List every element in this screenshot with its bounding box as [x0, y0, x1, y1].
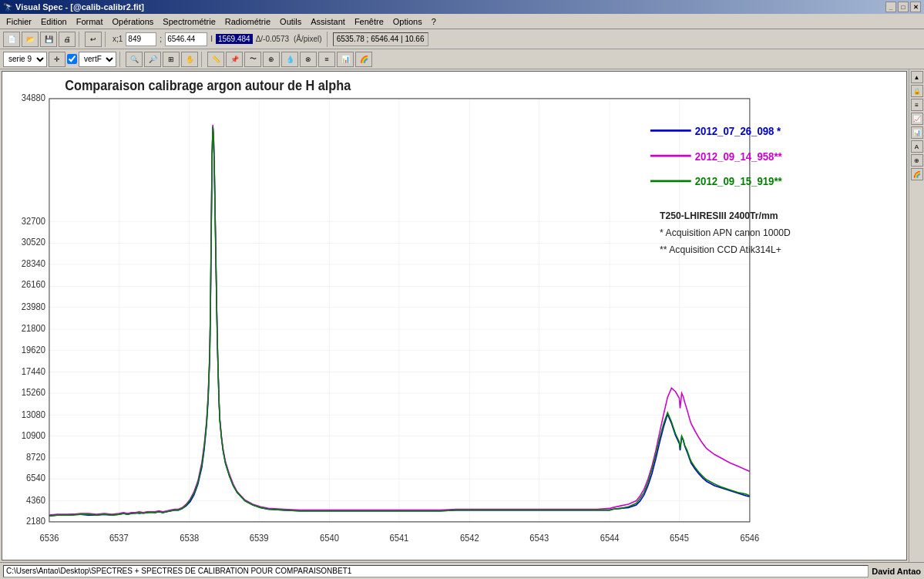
svg-text:2012_07_26_098 *: 2012_07_26_098 * [695, 125, 781, 137]
tool5-button[interactable]: 📊 [337, 52, 354, 67]
serie-select[interactable]: serie 9 [3, 52, 47, 67]
menu-options[interactable]: Options [388, 15, 427, 28]
tool6-button[interactable]: 🌈 [355, 52, 372, 67]
svg-text:13080: 13080 [22, 409, 45, 419]
coord-y-input[interactable] [165, 32, 207, 46]
sidebar-btn5[interactable]: ⊕ [911, 154, 923, 167]
svg-text:2180: 2180 [26, 517, 45, 526]
x1-label: x;1 [111, 35, 124, 43]
unit-label: (Å/pixel) [292, 35, 324, 43]
intensity-value: 1569.484 [216, 34, 253, 44]
sidebar-btn3[interactable]: 📊 [911, 126, 923, 139]
zoom-in-button[interactable]: 🔍 [126, 52, 143, 67]
svg-text:6541: 6541 [389, 534, 408, 543]
file-path: C:\Users\Antao\Desktop\SPECTRES + SPECTR… [6, 567, 351, 575]
svg-text:2012_09_14_958**: 2012_09_14_958** [695, 150, 783, 163]
sidebar-btn6[interactable]: 🌈 [911, 168, 923, 180]
svg-text:6538: 6538 [180, 534, 199, 543]
svg-text:6537: 6537 [109, 534, 129, 543]
pos-display: 6535.78 ; 6546.44 | 10.66 [333, 32, 428, 46]
menu-fichier[interactable]: Fichier [2, 15, 36, 28]
svg-text:28340: 28340 [22, 259, 45, 268]
chart-container[interactable]: 2180 4360 6540 8720 10900 13080 15260 17… [2, 71, 907, 560]
vertf-checkbox[interactable] [67, 54, 77, 64]
svg-text:8720: 8720 [26, 453, 45, 462]
chart-svg: 2180 4360 6540 8720 10900 13080 15260 17… [2, 72, 906, 560]
toolbar2: serie 9 ✛ vertF 🔍 🔎 ⊞ ✋ 📏 📌 〜 ⊕ 💧 ⊗ ≡ 📊 … [0, 49, 924, 69]
menu-help[interactable]: ? [427, 15, 441, 28]
svg-text:6536: 6536 [40, 534, 59, 543]
menu-spectrometrie[interactable]: Spectrométrie [158, 15, 220, 28]
separator3 [327, 32, 330, 47]
tool1-button[interactable]: ⊕ [263, 52, 280, 67]
scroll-up-button[interactable]: ▲ [911, 71, 923, 83]
menu-format[interactable]: Format [72, 15, 108, 28]
tool2-button[interactable]: 💧 [281, 52, 298, 67]
zoom-fit-button[interactable]: ⊞ [163, 52, 180, 67]
open-button[interactable]: 📂 [22, 32, 39, 47]
svg-text:15260: 15260 [22, 388, 45, 397]
svg-text:6540: 6540 [26, 473, 45, 483]
lock-button[interactable]: 🔒 [911, 85, 923, 97]
svg-text:2012_09_15_919**: 2012_09_15_919** [695, 176, 783, 188]
svg-text:T250-LHIRESIII 2400Tr/mm: T250-LHIRESIII 2400Tr/mm [660, 210, 778, 221]
svg-text:6540: 6540 [320, 534, 339, 543]
window-controls: _ □ ✕ [885, 2, 921, 12]
print-button[interactable]: 🖨 [59, 32, 76, 47]
svg-rect-0 [2, 72, 906, 560]
svg-text:26160: 26160 [22, 280, 45, 289]
svg-text:6539: 6539 [250, 534, 269, 543]
measure-button[interactable]: 📏 [207, 52, 224, 67]
status-bar: C:\Users\Antao\Desktop\SPECTRES + SPECTR… [0, 562, 924, 579]
intensity-label: I [209, 35, 214, 43]
separator-tb2-2 [201, 52, 204, 67]
sidebar-btn2[interactable]: 📈 [911, 113, 923, 125]
author-label: David Antao [872, 567, 921, 576]
separator2 [105, 32, 108, 47]
sidebar-btn4[interactable]: A [911, 140, 923, 153]
vertf-select[interactable]: vertF [79, 52, 116, 67]
window-title: Visual Spec - [@calib-calibr2.fit] [15, 2, 885, 12]
new-button[interactable]: 📄 [3, 32, 20, 47]
svg-text:30520: 30520 [22, 237, 45, 246]
svg-text:Comparaison calibrage argon au: Comparaison calibrage argon autour de H … [65, 78, 351, 93]
spectrum-button[interactable]: 〜 [244, 52, 261, 67]
menu-outils[interactable]: Outils [275, 15, 306, 28]
menu-radiometrie[interactable]: Radiométrie [220, 15, 275, 28]
tool4-button[interactable]: ≡ [318, 52, 335, 67]
menu-bar: Fichier Edition Format Opérations Spectr… [0, 14, 924, 29]
crosshair-button[interactable]: ✛ [49, 52, 66, 67]
coord-separator: ; [158, 35, 163, 43]
app-icon: 🔭 [3, 3, 12, 12]
delta-label: Δ/-0.0573 [254, 35, 291, 43]
marker-button[interactable]: 📌 [226, 52, 243, 67]
svg-text:17440: 17440 [22, 367, 45, 376]
undo-button[interactable]: ↩ [85, 32, 102, 47]
save-button[interactable]: 💾 [40, 32, 57, 47]
minimize-button[interactable]: _ [885, 2, 896, 12]
svg-text:6545: 6545 [670, 534, 689, 543]
pan-button[interactable]: ✋ [181, 52, 198, 67]
status-path: C:\Users\Antao\Desktop\SPECTRES + SPECTR… [3, 565, 869, 577]
svg-text:21800: 21800 [22, 324, 45, 333]
zoom-out-button[interactable]: 🔎 [144, 52, 161, 67]
svg-text:23980: 23980 [22, 302, 45, 311]
main-area: 2180 4360 6540 8720 10900 13080 15260 17… [0, 69, 924, 562]
separator1 [79, 32, 82, 47]
svg-text:10900: 10900 [22, 430, 45, 439]
coord-x-input[interactable] [126, 32, 156, 46]
svg-text:6543: 6543 [529, 534, 549, 543]
menu-edition[interactable]: Edition [36, 15, 72, 28]
svg-text:6546: 6546 [740, 534, 759, 543]
svg-text:19620: 19620 [22, 345, 45, 354]
tool3-button[interactable]: ⊗ [300, 52, 317, 67]
menu-fenetre[interactable]: Fenêtre [350, 15, 388, 28]
svg-text:32700: 32700 [22, 216, 45, 225]
svg-text:** Acquisition CCD Atik314L+: ** Acquisition CCD Atik314L+ [660, 244, 781, 254]
svg-text:6544: 6544 [600, 534, 620, 543]
close-button[interactable]: ✕ [910, 2, 921, 12]
maximize-button[interactable]: □ [898, 2, 909, 12]
menu-assistant[interactable]: Assistant [306, 15, 350, 28]
sidebar-btn1[interactable]: ≡ [911, 99, 923, 111]
menu-operations[interactable]: Opérations [108, 15, 159, 28]
